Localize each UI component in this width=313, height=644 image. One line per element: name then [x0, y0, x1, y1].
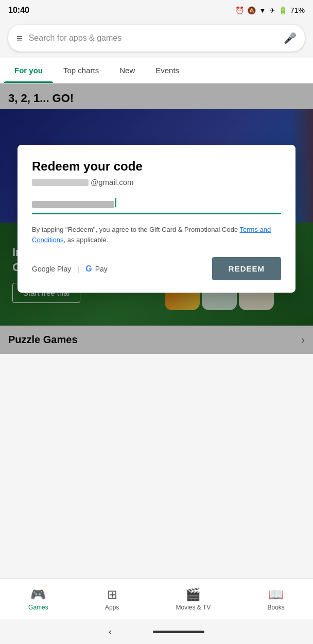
- tab-for-you[interactable]: For you: [4, 58, 53, 83]
- input-underline: [32, 213, 281, 214]
- tab-top-charts[interactable]: Top charts: [53, 58, 109, 83]
- books-label: Books: [268, 604, 285, 611]
- battery-percent: 71%: [290, 6, 305, 14]
- dialog-overlay: Redeem your code @gmail.com By tapping "…: [0, 83, 313, 354]
- tab-new[interactable]: New: [109, 58, 145, 83]
- terms-suffix: , as applicable.: [63, 236, 108, 244]
- redeem-dialog: Redeem your code @gmail.com By tapping "…: [18, 145, 295, 293]
- status-icons: ⏰ 🔕 ▼ ✈ 🔋 71%: [235, 6, 305, 14]
- search-placeholder[interactable]: Search for apps & games: [29, 33, 277, 43]
- code-input-area[interactable]: [32, 197, 281, 214]
- status-time: 10:40: [8, 6, 29, 15]
- apps-label: Apps: [105, 604, 119, 611]
- apps-icon: ⊞: [107, 587, 117, 602]
- search-bar[interactable]: ≡ Search for apps & games 🎤: [8, 25, 305, 52]
- battery-icon: 🔋: [279, 6, 287, 14]
- alarm-icon: ⏰: [235, 6, 244, 14]
- gesture-bar: ‹: [0, 619, 313, 644]
- wifi-icon: ▼: [259, 6, 266, 14]
- pay-text: Pay: [95, 265, 108, 273]
- tab-events[interactable]: Events: [145, 58, 189, 83]
- movies-icon: 🎬: [185, 587, 201, 602]
- back-icon[interactable]: ‹: [109, 626, 112, 637]
- code-redacted-block: [32, 201, 114, 208]
- mute-icon: 🔕: [247, 6, 256, 14]
- dialog-title: Redeem your code: [32, 159, 281, 174]
- logo-divider: |: [77, 264, 79, 273]
- status-bar: 10:40 ⏰ 🔕 ▼ ✈ 🔋 71%: [0, 0, 313, 21]
- games-label: Games: [28, 604, 48, 611]
- bottom-nav: 🎮 Games ⊞ Apps 🎬 Movies & TV 📖 Books: [0, 578, 313, 619]
- text-cursor: [115, 198, 116, 207]
- nav-item-movies[interactable]: 🎬 Movies & TV: [176, 587, 211, 611]
- search-bar-container: ≡ Search for apps & games 🎤: [0, 21, 313, 58]
- dialog-footer: Google Play | G Pay REDEEM: [32, 257, 281, 280]
- games-icon: 🎮: [30, 587, 46, 602]
- main-content: 3, 2, 1... GO! RACE Redeem your code @gm…: [0, 83, 313, 354]
- movies-label: Movies & TV: [176, 604, 211, 611]
- nav-tabs: For you Top charts New Events: [0, 58, 313, 83]
- nav-item-books[interactable]: 📖 Books: [268, 587, 285, 611]
- email-suffix: @gmail.com: [91, 178, 134, 187]
- dialog-terms: By tapping "Redeem", you agree to the Gi…: [32, 225, 281, 245]
- email-redacted-block: [32, 179, 89, 186]
- google-play-text: Google Play: [32, 265, 71, 273]
- microphone-icon[interactable]: 🎤: [284, 32, 297, 44]
- dialog-email: @gmail.com: [32, 178, 281, 187]
- home-pill[interactable]: [153, 631, 204, 633]
- g-letter-icon: G: [85, 264, 92, 274]
- airplane-icon: ✈: [269, 6, 275, 14]
- terms-prefix: By tapping "Redeem", you agree to the Gi…: [32, 226, 240, 233]
- menu-icon[interactable]: ≡: [16, 32, 23, 44]
- nav-item-apps[interactable]: ⊞ Apps: [105, 587, 119, 611]
- google-play-pay-logo: Google Play | G Pay: [32, 264, 108, 274]
- redeem-button[interactable]: REDEEM: [212, 257, 281, 280]
- nav-item-games[interactable]: 🎮 Games: [28, 587, 48, 611]
- books-icon: 📖: [268, 587, 284, 602]
